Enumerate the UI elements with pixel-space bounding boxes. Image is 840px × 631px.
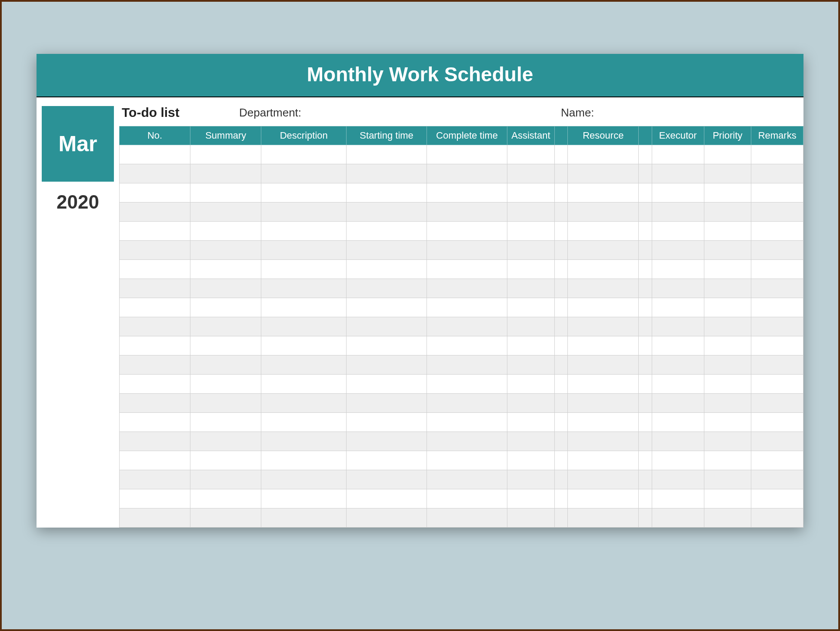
cell[interactable] [507,222,554,241]
cell[interactable] [652,203,704,222]
table-row[interactable] [120,145,803,164]
table-row[interactable] [120,203,803,222]
table-row[interactable] [120,279,803,298]
cell[interactable] [554,355,567,375]
cell[interactable] [704,489,751,508]
cell[interactable] [704,317,751,336]
cell[interactable] [704,222,751,241]
cell[interactable] [261,317,347,336]
cell[interactable] [652,451,704,470]
table-row[interactable] [120,432,803,451]
cell[interactable] [751,508,803,528]
cell[interactable] [347,145,427,164]
cell[interactable] [639,241,652,260]
cell[interactable] [120,394,190,413]
cell[interactable] [639,203,652,222]
cell[interactable] [704,279,751,298]
cell[interactable] [190,317,261,336]
cell[interactable] [427,451,507,470]
cell[interactable] [652,298,704,317]
table-row[interactable] [120,336,803,355]
cell[interactable] [347,413,427,432]
cell[interactable] [507,260,554,279]
cell[interactable] [427,298,507,317]
cell[interactable] [507,432,554,451]
cell[interactable] [507,317,554,336]
cell[interactable] [639,375,652,394]
cell[interactable] [261,375,347,394]
cell[interactable] [427,413,507,432]
cell[interactable] [554,394,567,413]
cell[interactable] [704,241,751,260]
cell[interactable] [190,145,261,164]
cell[interactable] [751,489,803,508]
table-row[interactable] [120,355,803,375]
cell[interactable] [190,203,261,222]
cell[interactable] [554,164,567,183]
cell[interactable] [554,336,567,355]
cell[interactable] [751,432,803,451]
table-row[interactable] [120,470,803,489]
cell[interactable] [751,164,803,183]
cell[interactable] [120,241,190,260]
cell[interactable] [568,145,639,164]
cell[interactable] [261,145,347,164]
cell[interactable] [751,470,803,489]
cell[interactable] [639,260,652,279]
cell[interactable] [652,164,704,183]
cell[interactable] [639,183,652,203]
cell[interactable] [639,451,652,470]
cell[interactable] [652,260,704,279]
cell[interactable] [190,183,261,203]
cell[interactable] [507,470,554,489]
cell[interactable] [507,203,554,222]
table-row[interactable] [120,508,803,528]
cell[interactable] [751,222,803,241]
cell[interactable] [507,279,554,298]
cell[interactable] [261,241,347,260]
cell[interactable] [347,203,427,222]
cell[interactable] [120,413,190,432]
cell[interactable] [347,508,427,528]
table-row[interactable] [120,164,803,183]
cell[interactable] [507,241,554,260]
cell[interactable] [427,508,507,528]
cell[interactable] [704,451,751,470]
cell[interactable] [427,183,507,203]
cell[interactable] [639,470,652,489]
cell[interactable] [347,355,427,375]
cell[interactable] [347,432,427,451]
cell[interactable] [639,222,652,241]
cell[interactable] [427,222,507,241]
cell[interactable] [261,298,347,317]
cell[interactable] [427,260,507,279]
cell[interactable] [507,183,554,203]
cell[interactable] [261,489,347,508]
cell[interactable] [120,145,190,164]
table-row[interactable] [120,260,803,279]
cell[interactable] [652,432,704,451]
cell[interactable] [190,279,261,298]
schedule-table[interactable]: No. Summary Description Starting time Co… [119,126,803,528]
cell[interactable] [427,145,507,164]
cell[interactable] [261,279,347,298]
cell[interactable] [347,279,427,298]
cell[interactable] [120,183,190,203]
table-row[interactable] [120,298,803,317]
cell[interactable] [347,222,427,241]
cell[interactable] [261,451,347,470]
cell[interactable] [554,145,567,164]
cell[interactable] [554,298,567,317]
cell[interactable] [751,394,803,413]
cell[interactable] [120,336,190,355]
cell[interactable] [507,298,554,317]
cell[interactable] [568,222,639,241]
cell[interactable] [261,203,347,222]
cell[interactable] [639,355,652,375]
cell[interactable] [190,394,261,413]
cell[interactable] [554,317,567,336]
cell[interactable] [347,336,427,355]
cell[interactable] [704,413,751,432]
cell[interactable] [652,317,704,336]
cell[interactable] [568,203,639,222]
